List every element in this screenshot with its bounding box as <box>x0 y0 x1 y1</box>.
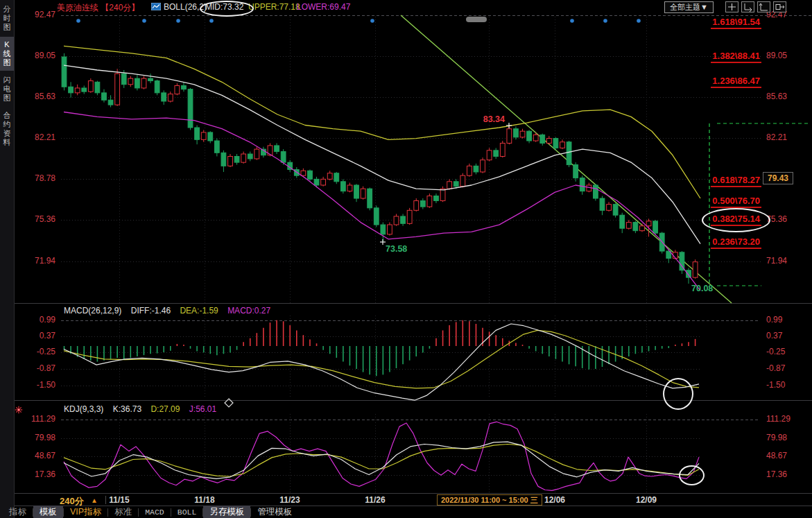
export-icon[interactable] <box>773 1 786 12</box>
macd-axis-right: -0.25 <box>766 347 785 356</box>
macd-axis-left: 0.99 <box>22 315 55 325</box>
kdj-axis-left: 111.29 <box>22 414 55 424</box>
sidebar-item-闪电图[interactable]: 闪 电 图 <box>0 72 14 106</box>
kdj-axis-right: 79.98 <box>766 433 787 442</box>
kdj-title: KDJ(9,3,3) <box>64 404 103 414</box>
macd-axis-right: 0.37 <box>766 331 782 340</box>
macd-axis-left: -0.87 <box>22 363 55 373</box>
bottom-tab-VIP指标[interactable]: VIP指标 <box>64 506 107 518</box>
price-axis-left: 78.78 <box>22 173 55 183</box>
fib-level-label: 1.236\86.47 <box>711 76 761 88</box>
price-axis-right: 71.94 <box>766 256 787 266</box>
bottom-tab-BOLL[interactable]: BOLL <box>171 507 203 517</box>
macd-axis-right: -1.50 <box>766 380 785 390</box>
bottom-tab-模板[interactable]: 模板 <box>33 506 63 518</box>
macd-axis-left: -0.25 <box>22 347 55 356</box>
price-axis-left: 85.63 <box>22 92 55 101</box>
kdj-header: KDJ(9,3,3) K:36.73 D:27.09 J:56.01 <box>64 404 223 414</box>
kdj-axis-right: 111.29 <box>766 414 791 424</box>
macd-dea-value: DEA:-1.59 <box>180 306 218 316</box>
fib-level-label: 0.236\73.20 <box>711 236 761 249</box>
price-axis-left: 92.47 <box>22 10 55 19</box>
svg-text:70.08: 70.08 <box>691 284 713 293</box>
time-axis-divider <box>105 496 106 504</box>
kdj-axis-left: 48.67 <box>22 451 55 460</box>
price-axis-right: 82.21 <box>766 132 787 142</box>
bottom-tab-标准[interactable]: 标准 <box>108 506 138 518</box>
date-label: 11/26 <box>365 495 385 505</box>
boll-upper-value: UPPER:77.18 <box>248 2 300 12</box>
symbol-title: 美原油连续 【240分】 <box>57 2 139 14</box>
zoom-x-icon[interactable] <box>741 1 754 12</box>
date-label: 11/18 <box>194 495 214 505</box>
theme-select-button[interactable]: 全部主题▼ <box>664 1 714 13</box>
macd-axis-left: 0.37 <box>22 331 55 340</box>
bottom-tab-指标[interactable]: 指标 <box>3 506 33 518</box>
date-label: 11/23 <box>279 495 300 505</box>
kdj-d-value: D:27.09 <box>150 404 180 414</box>
fib-level-label: 0.382\75.14 <box>711 214 761 226</box>
sidebar-item-K线图[interactable]: K 线 图 <box>0 37 14 71</box>
bottom-tab-另存模板[interactable]: 另存模板 <box>203 506 250 518</box>
chart-canvas[interactable]: 83.3473.5870.08 <box>0 0 812 518</box>
selected-bar-range: 2022/11/30 11:00 ~ 15:00 三 <box>437 494 542 506</box>
left-sidebar: 分 时 图K 线 图闪 电 图合 约 资 料 <box>0 0 15 518</box>
date-label: 11/15 <box>109 495 129 505</box>
pan-cross-icon[interactable] <box>725 1 738 12</box>
macd-axis-left: -1.50 <box>22 380 55 390</box>
boll-mid-value: MID:73.32 <box>205 2 243 12</box>
zoom-y-icon[interactable] <box>757 1 770 12</box>
chart-type-icon <box>151 3 161 12</box>
kdj-axis-left: 17.36 <box>22 469 55 479</box>
kdj-k-value: K:36.73 <box>113 404 141 414</box>
kdj-axis-right: 17.36 <box>766 469 787 479</box>
marker-diamond-icon <box>225 399 233 407</box>
price-axis-left: 82.21 <box>22 132 55 142</box>
boll-lower-value: LOWER:69.47 <box>297 2 350 12</box>
macd-diff-value: DIFF:-1.46 <box>131 306 171 316</box>
kdj-axis-left: 79.98 <box>22 433 55 442</box>
app-window: 83.3473.5870.08 分 时 图K 线 图闪 电 图合 约 资 料 美… <box>0 0 812 518</box>
period-arrow-icon[interactable]: ▲ <box>91 497 98 504</box>
macd-macd-value: MACD:0.27 <box>227 306 270 316</box>
macd-axis-right: 0.99 <box>766 315 782 325</box>
sidebar-item-合约资料[interactable]: 合 约 资 料 <box>0 107 14 150</box>
price-axis-left: 89.05 <box>22 51 55 60</box>
price-axis-right: 75.36 <box>766 214 787 224</box>
macd-title: MACD(26,12,9) <box>64 306 121 316</box>
macd-axis-right: -0.87 <box>766 363 785 373</box>
fib-level-label: 0.618\78.27 <box>711 175 761 187</box>
svg-text:83.34: 83.34 <box>483 114 505 124</box>
fib-level-label: 1.618\91.54 <box>711 17 761 29</box>
date-label: 12/09 <box>636 495 657 505</box>
sidebar-item-分时图[interactable]: 分 时 图 <box>0 1 14 35</box>
boll-indicator-label: BOLL(26,2) <box>164 2 207 12</box>
bottom-tab-MACD[interactable]: MACD <box>139 507 171 517</box>
fib-level-label: 0.500\76.70 <box>711 196 761 208</box>
price-axis-right: 89.05 <box>766 51 787 60</box>
svg-text:73.58: 73.58 <box>386 244 407 254</box>
fib-level-label: 1.382\88.41 <box>711 51 761 63</box>
bottom-tab-bar: 指标模板VIP指标标准MACDBOLL另存模板管理模板 <box>3 506 298 518</box>
date-label: 12/06 <box>544 495 565 505</box>
kdj-j-value: J:56.01 <box>189 404 216 414</box>
kdj-axis-right: 48.67 <box>766 451 787 460</box>
price-axis-left: 71.94 <box>22 256 55 266</box>
macd-header: MACD(26,12,9) DIFF:-1.46 DEA:-1.59 MACD:… <box>64 306 277 316</box>
price-axis-right: 85.63 <box>766 92 787 101</box>
bottom-tab-管理模板[interactable]: 管理模板 <box>251 506 298 518</box>
scroll-thumb[interactable] <box>466 17 487 22</box>
price-tag: 79.43 <box>763 172 793 184</box>
price-axis-left: 75.36 <box>22 214 55 224</box>
